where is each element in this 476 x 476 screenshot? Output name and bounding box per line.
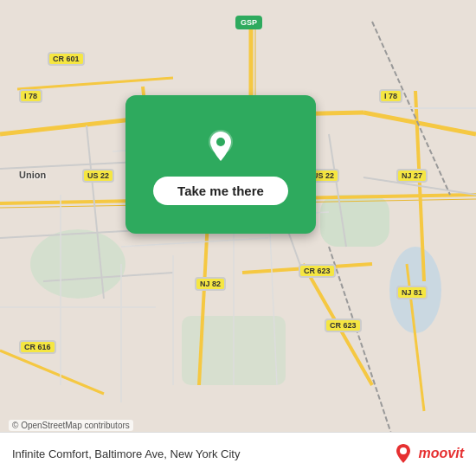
svg-point-40 [400,447,407,454]
take-me-there-button[interactable]: Take me there [153,177,288,205]
map-roads [0,0,476,476]
copyright-text: © OpenStreetMap contributors [9,420,133,431]
svg-rect-0 [320,195,389,247]
moovit-icon [391,441,415,466]
bottom-bar: Infinite Comfort, Baltimore Ave, New Yor… [0,432,476,476]
svg-line-6 [363,113,476,134]
location-pin-icon [200,125,241,166]
svg-line-16 [0,351,104,394]
address-text: Infinite Comfort, Baltimore Ave, New Yor… [12,447,240,460]
place-label-union: Union [19,170,46,180]
road-badge-nj81: NJ 81 [396,286,428,299]
moovit-logo: moovit [391,441,464,466]
road-badge-us22-left: US 22 [82,169,114,183]
road-badge-i78-right: I 78 [379,89,402,103]
map-container: GSP CR 601 I 78 I 78 GS US 22 US 22 NJ 2… [0,0,476,476]
road-badge-cr601: CR 601 [48,52,85,66]
svg-line-28 [121,238,268,247]
road-badge-gsp: GSP [235,16,262,29]
svg-point-1 [30,229,125,299]
moovit-text: moovit [419,446,464,461]
svg-line-18 [17,78,173,89]
svg-point-39 [216,138,225,146]
road-badge-cr623-bot: CR 623 [325,318,362,332]
road-badge-cr616: CR 616 [19,340,56,354]
road-badge-nj27: NJ 27 [396,169,428,183]
road-badge-cr623-top: CR 623 [299,264,336,278]
road-badge-i78-left: I 78 [19,89,42,103]
location-card: Take me there [125,95,316,234]
road-badge-nj82: NJ 82 [195,277,226,291]
